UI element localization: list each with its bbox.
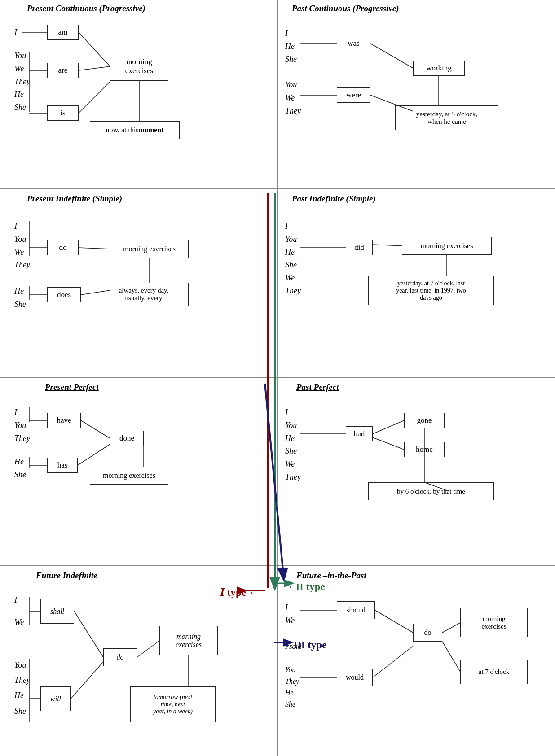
svg-line-37 — [373, 420, 404, 434]
pronoun-pastis: IYouHeSheWeThey — [285, 220, 301, 297]
svg-line-48 — [137, 641, 159, 657]
title-present-perfect: Present Perfect — [45, 382, 99, 392]
box-has: has — [47, 458, 78, 473]
svg-line-1 — [79, 32, 110, 66]
box-does-pis: does — [47, 287, 81, 302]
pronoun-I-fi: I — [14, 594, 17, 606]
type1-label: I type ← — [220, 586, 259, 599]
type2-label: → II type — [283, 581, 325, 593]
box-time-pastp: by 6 o'clock, by that time — [368, 482, 494, 500]
grid-line-v1 — [278, 0, 278, 756]
pronoun-we-fi: We — [14, 617, 24, 628]
svg-line-31 — [81, 420, 110, 438]
pronoun-you-pc: YouWeTheyHeShe — [14, 49, 30, 114]
pronoun-he-pis: HeShe — [14, 285, 26, 311]
box-working: working — [413, 61, 465, 76]
type3-label: → III type — [281, 639, 326, 651]
title-past-perfect: Past Perfect — [296, 382, 339, 392]
svg-line-56 — [373, 646, 413, 677]
pronoun-pastp: IYouHeSheWeThey — [285, 406, 301, 484]
svg-line-32 — [78, 444, 110, 465]
box-time-pastis: yesterday, at 7 o'clock, lastyear, last … — [368, 276, 494, 305]
pronoun-I-pc: I — [14, 27, 17, 38]
pronoun-you-pastc: YouWeThey — [285, 79, 301, 117]
svg-line-47 — [71, 662, 103, 699]
box-do-pis: do — [47, 240, 79, 255]
box-done: done — [110, 431, 144, 446]
pronoun-heshe-pp: HeShe — [14, 455, 26, 481]
box-home: home — [404, 442, 445, 457]
svg-line-18 — [79, 248, 110, 249]
box-would: would — [337, 669, 373, 686]
title-present-continuous: Present Continuous (Progressive) — [27, 4, 145, 13]
box-time-fip: at 7 o'clock — [460, 660, 528, 684]
svg-line-4 — [79, 66, 110, 70]
box-had: had — [346, 426, 373, 441]
title-past-indefinite: Past Indefinite (Simple) — [292, 194, 376, 204]
box-was: was — [337, 36, 370, 51]
box-morning-exercises-pc: morningexercises — [110, 52, 168, 81]
svg-line-25 — [373, 245, 402, 246]
box-morning-pastis: morning exercises — [402, 237, 492, 255]
pronoun-youtheyhe-fi: YouTheyHeShe — [14, 657, 30, 719]
svg-line-52 — [375, 610, 413, 633]
pronoun-iyouthey-pp: IYouThey — [14, 406, 30, 445]
box-morning-fi: morningexercises — [159, 626, 218, 655]
box-do-fi: do — [103, 648, 137, 666]
box-were: were — [337, 87, 370, 103]
pronoun-ihe-pastc: IHeShe — [285, 27, 297, 66]
title-present-indefinite: Present Indefinite (Simple) — [27, 194, 122, 204]
box-is: is — [47, 105, 79, 121]
box-do-fip: do — [413, 624, 442, 642]
box-now-pc: now, at this moment — [90, 121, 180, 139]
box-are: are — [47, 63, 79, 78]
svg-line-60 — [265, 384, 284, 579]
svg-line-44 — [74, 611, 103, 657]
box-time-pastc: yesterday, at 5 o'clock,when he came — [395, 105, 498, 130]
svg-line-11 — [370, 44, 413, 68]
box-morning-fip: morningexercises — [460, 608, 528, 637]
box-morning-pp: morning exercises — [90, 467, 168, 485]
title-past-continuous: Past Continuous (Progressive) — [292, 4, 399, 13]
box-should: should — [337, 601, 375, 619]
svg-line-5 — [79, 82, 110, 113]
pronoun-you-pis: IYouWeThey — [14, 220, 30, 271]
box-time-fi: tomorrow (nexttime, nextyear, in a week) — [130, 686, 216, 722]
svg-line-53 — [442, 623, 460, 633]
title-future-indefinite: Future Indefinite — [36, 571, 97, 581]
box-shall: shall — [40, 599, 74, 624]
title-future-in-past: Future –in-the-Past — [296, 571, 366, 581]
box-have: have — [47, 413, 81, 428]
box-am: am — [47, 25, 79, 40]
box-morning-pis: morning exercises — [110, 240, 189, 258]
box-will: will — [40, 686, 71, 711]
pronoun-youtheyhe-fip: YouTheyHeShe — [285, 664, 299, 710]
page: Present Continuous (Progressive) I YouWe… — [0, 0, 555, 756]
box-always-pis: always, every day,usually, every — [99, 283, 189, 306]
svg-line-38 — [373, 437, 404, 450]
svg-line-57 — [442, 642, 460, 672]
box-gone: gone — [404, 413, 445, 428]
box-did: did — [346, 240, 373, 255]
pronoun-iwe-fip: IWe — [285, 601, 295, 627]
